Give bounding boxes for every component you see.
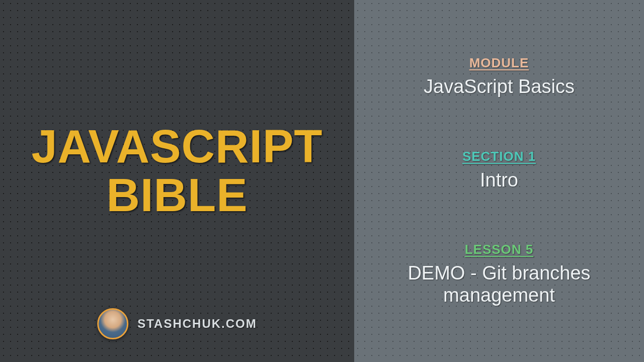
lesson-value: DEMO - Git branches management: [369, 262, 629, 306]
lesson-block: LESSON 5 DEMO - Git branches management: [369, 242, 629, 306]
module-value: JavaScript Basics: [424, 76, 575, 98]
module-block: MODULE JavaScript Basics: [424, 55, 575, 98]
site-name: STASHCHUK.COM: [137, 317, 257, 331]
left-panel: JAVASCRIPT BIBLE STASHCHUK.COM: [0, 0, 354, 362]
title-line-2: BIBLE: [31, 171, 323, 220]
author-avatar: [97, 308, 128, 339]
section-value: Intro: [462, 169, 536, 192]
section-block: SECTION 1 Intro: [462, 149, 536, 192]
title-line-1: JAVASCRIPT: [31, 122, 323, 171]
footer: STASHCHUK.COM: [97, 308, 257, 339]
module-label: MODULE: [424, 55, 575, 71]
course-title: JAVASCRIPT BIBLE: [31, 122, 323, 219]
lesson-label: LESSON 5: [369, 242, 629, 257]
right-panel: MODULE JavaScript Basics SECTION 1 Intro…: [354, 0, 644, 362]
section-label: SECTION 1: [462, 149, 536, 164]
